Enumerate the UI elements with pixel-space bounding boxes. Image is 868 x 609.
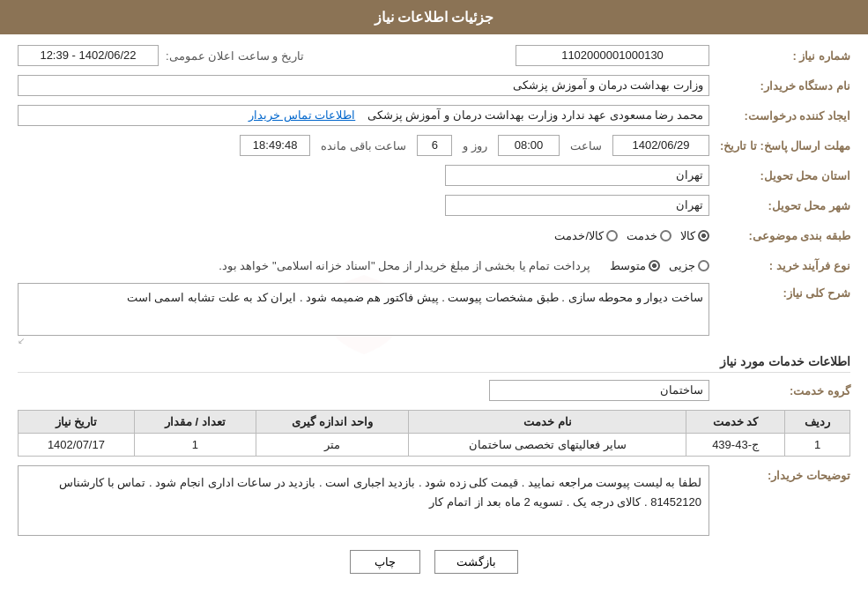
content-area: شماره نیاز : 1102000001000130 تاریخ و سا… <box>0 34 868 591</box>
announce-date-label: تاریخ و ساعت اعلان عمومی: <box>159 49 311 63</box>
need-desc-area: IETS ساخت دیوار و محوطه سازی . طبق مشخصا… <box>18 283 709 345</box>
category-row: طبقه بندی موضوعی: کالا خدمت کالا/خدمت <box>18 223 850 248</box>
purchase-mutavasset-option[interactable]: متوسط <box>610 259 660 272</box>
table-cell-0: 1 <box>785 434 850 457</box>
table-cell-2: سایر فعالیتهای تخصصی ساختمان <box>409 434 686 457</box>
table-header-row: ردیف کد خدمت نام خدمت واحد اندازه گیری ت… <box>19 411 850 434</box>
deadline-row: مهلت ارسال پاسخ: تا تاریخ: 1402/06/29 سا… <box>18 133 850 158</box>
province-value: تهران <box>445 165 709 186</box>
button-row: بازگشت چاپ <box>18 550 850 574</box>
service-table: ردیف کد خدمت نام خدمت واحد اندازه گیری ت… <box>18 410 850 457</box>
deadline-days: 6 <box>417 135 452 156</box>
purchase-jozvi-option[interactable]: جزیی <box>669 259 709 272</box>
purchase-type-label: نوع فرآیند خرید : <box>709 259 850 272</box>
purchase-jozvi-radio[interactable] <box>698 260 709 271</box>
table-cell-5: 1402/07/17 <box>19 434 135 457</box>
purchase-mutavasset-radio[interactable] <box>649 260 660 271</box>
buyer-org-value: وزارت بهداشت درمان و آموزش پزشکی <box>18 75 709 96</box>
category-kala-option[interactable]: کالا <box>680 229 709 242</box>
col-code: کد خدمت <box>686 411 784 434</box>
col-qty: تعداد / مقدار <box>134 411 256 434</box>
table-cell-3: متر <box>256 434 409 457</box>
back-button[interactable]: بازگشت <box>434 550 518 574</box>
buyer-org-label: نام دستگاه خریدار: <box>709 79 850 93</box>
col-row-num: ردیف <box>785 411 850 434</box>
deadline-time-label: ساعت <box>563 139 609 152</box>
page-title: جزئیات اطلاعات نیاز <box>0 0 868 34</box>
category-kala-label: کالا <box>680 229 695 242</box>
city-row: شهر محل تحویل: تهران <box>18 193 850 218</box>
deadline-remaining: 18:49:48 <box>240 135 310 156</box>
deadline-day-label: روز و <box>456 139 494 152</box>
category-label: طبقه بندی موضوعی: <box>709 229 850 242</box>
deadline-time: 08:00 <box>498 135 560 156</box>
creator-label: ایجاد کننده درخواست: <box>709 109 850 123</box>
service-group-value: ساختمان <box>489 380 709 401</box>
purchase-jozvi-label: جزیی <box>669 259 695 272</box>
need-desc-value: ساخت دیوار و محوطه سازی . طبق مشخصات پیو… <box>18 283 709 336</box>
page-wrapper: جزئیات اطلاعات نیاز شماره نیاز : 1102000… <box>0 0 868 609</box>
deadline-remaining-label: ساعت باقی مانده <box>314 139 413 152</box>
deadline-label: مهلت ارسال پاسخ: تا تاریخ: <box>709 139 850 152</box>
col-date: تاریخ نیاز <box>19 411 135 434</box>
buyer-notes-label: توضیحات خریدار: <box>709 465 850 482</box>
deadline-date: 1402/06/29 <box>612 135 709 156</box>
col-name: نام خدمت <box>409 411 686 434</box>
need-number-label: شماره نیاز : <box>709 49 850 63</box>
purchase-mutavasset-label: متوسط <box>610 259 646 272</box>
service-group-label: گروه خدمت: <box>709 384 850 397</box>
services-title: اطلاعات خدمات مورد نیاز <box>18 354 850 373</box>
need-number-row: شماره نیاز : 1102000001000130 تاریخ و سا… <box>18 43 850 68</box>
print-button[interactable]: چاپ <box>350 550 420 574</box>
announce-date-value: 1402/06/22 - 12:39 <box>18 45 159 66</box>
province-label: استان محل تحویل: <box>709 169 850 182</box>
table-cell-1: ج-43-439 <box>686 434 784 457</box>
category-radio-group: کالا خدمت کالا/خدمت <box>554 229 709 242</box>
table-row: 1ج-43-439سایر فعالیتهای تخصصی ساختمانمتر… <box>19 434 850 457</box>
contact-link[interactable]: اطلاعات تماس خریدار <box>249 108 355 122</box>
creator-text: محمد رضا مسعودی عهد ندارد وزارت بهداشت د… <box>367 108 703 122</box>
need-number-value: 1102000001000130 <box>516 45 709 66</box>
province-row: استان محل تحویل: تهران <box>18 163 850 188</box>
city-label: شهر محل تحویل: <box>709 199 850 212</box>
buyer-notes-value: لطفا به لیست پیوست مراجعه نمایید . قیمت … <box>18 465 709 536</box>
category-kala-radio[interactable] <box>698 230 709 241</box>
creator-row: ایجاد کننده درخواست: محمد رضا مسعودی عهد… <box>18 103 850 128</box>
need-desc-row: شرح کلی نیاز: IETS ساخت دیوار و محوطه سا… <box>18 283 850 345</box>
category-kala-khedmat-label: کالا/خدمت <box>554 229 604 242</box>
category-kala-khedmat-radio[interactable] <box>606 230 618 241</box>
buyer-org-row: نام دستگاه خریدار: وزارت بهداشت درمان و … <box>18 73 850 98</box>
city-value: تهران <box>445 195 709 216</box>
category-kala-khedmat-option[interactable]: کالا/خدمت <box>554 229 618 242</box>
creator-value: محمد رضا مسعودی عهد ندارد وزارت بهداشت د… <box>18 105 709 126</box>
buyer-notes-row: توضیحات خریدار: لطفا به لیست پیوست مراجع… <box>18 465 850 536</box>
service-group-row: گروه خدمت: ساختمان <box>18 378 850 403</box>
need-desc-label: شرح کلی نیاز: <box>709 283 850 300</box>
category-khedmat-radio[interactable] <box>660 230 671 241</box>
deadline-date-row: 1402/06/29 ساعت 08:00 روز و 6 ساعت باقی … <box>240 135 709 156</box>
category-khedmat-option[interactable]: خدمت <box>627 229 671 242</box>
table-cell-4: 1 <box>134 434 256 457</box>
col-unit: واحد اندازه گیری <box>256 411 409 434</box>
category-khedmat-label: خدمت <box>627 229 657 242</box>
purchase-type-row: نوع فرآیند خرید : جزیی متوسط پرداخت تمام… <box>18 253 850 278</box>
purchase-type-group: جزیی متوسط پرداخت تمام یا بخشی از مبلغ خ… <box>219 259 709 272</box>
